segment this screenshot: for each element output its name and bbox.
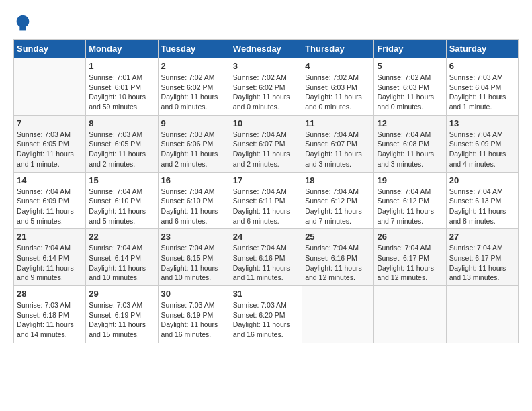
sunrise: Sunrise: 7:02 AM <box>233 73 287 81</box>
day-number: 30 <box>161 289 227 299</box>
daylight: Daylight: 11 hours and 10 minutes. <box>161 264 218 282</box>
sunrise: Sunrise: 7:04 AM <box>161 244 215 252</box>
sunrise: Sunrise: 7:04 AM <box>89 187 142 195</box>
day-info: Sunrise: 7:03 AM Sunset: 6:20 PM Dayligh… <box>233 300 299 340</box>
daylight: Daylight: 11 hours and 7 minutes. <box>377 207 434 225</box>
sunrise: Sunrise: 7:04 AM <box>449 244 503 252</box>
day-number: 3 <box>233 61 299 71</box>
day-number: 16 <box>161 175 227 185</box>
daylight: Daylight: 11 hours and 13 minutes. <box>449 264 506 282</box>
daylight: Daylight: 11 hours and 8 minutes. <box>449 207 506 225</box>
sunset: Sunset: 6:16 PM <box>233 254 285 262</box>
day-info: Sunrise: 7:04 AM Sunset: 6:10 PM Dayligh… <box>161 187 227 226</box>
weekday-wednesday: Wednesday <box>230 40 302 58</box>
daylight: Daylight: 11 hours and 4 minutes. <box>449 150 506 168</box>
daylight: Daylight: 11 hours and 5 minutes. <box>89 207 146 225</box>
calendar-week-2: 7 Sunrise: 7:03 AM Sunset: 6:05 PM Dayli… <box>14 115 519 172</box>
daylight: Daylight: 11 hours and 5 minutes. <box>17 207 74 225</box>
day-number: 12 <box>377 118 443 128</box>
calendar-body: 1 Sunrise: 7:01 AM Sunset: 6:01 PM Dayli… <box>14 58 519 343</box>
daylight: Daylight: 11 hours and 10 minutes. <box>89 264 146 282</box>
day-info: Sunrise: 7:04 AM Sunset: 6:07 PM Dayligh… <box>233 130 299 169</box>
sunset: Sunset: 6:13 PM <box>449 197 502 205</box>
sunrise: Sunrise: 7:01 AM <box>89 73 142 81</box>
sunrise: Sunrise: 7:04 AM <box>233 130 287 138</box>
sunset: Sunset: 6:19 PM <box>89 311 141 319</box>
daylight: Daylight: 11 hours and 9 minutes. <box>17 264 74 282</box>
calendar-cell: 2 Sunrise: 7:02 AM Sunset: 6:02 PM Dayli… <box>158 58 230 116</box>
sunrise: Sunrise: 7:04 AM <box>233 244 287 252</box>
weekday-monday: Monday <box>86 40 158 58</box>
daylight: Daylight: 11 hours and 7 minutes. <box>305 207 362 225</box>
sunrise: Sunrise: 7:03 AM <box>161 301 215 309</box>
calendar-cell: 7 Sunrise: 7:03 AM Sunset: 6:05 PM Dayli… <box>14 115 86 172</box>
sunset: Sunset: 6:02 PM <box>161 83 214 91</box>
daylight: Daylight: 11 hours and 16 minutes. <box>233 320 290 338</box>
calendar-cell: 10 Sunrise: 7:04 AM Sunset: 6:07 PM Dayl… <box>230 115 302 172</box>
day-info: Sunrise: 7:04 AM Sunset: 6:16 PM Dayligh… <box>233 243 299 283</box>
day-number: 5 <box>377 61 443 71</box>
day-info: Sunrise: 7:03 AM Sunset: 6:05 PM Dayligh… <box>89 130 154 169</box>
sunset: Sunset: 6:12 PM <box>377 197 429 205</box>
daylight: Daylight: 11 hours and 15 minutes. <box>89 320 146 338</box>
sunset: Sunset: 6:02 PM <box>233 83 285 91</box>
sunset: Sunset: 6:04 PM <box>449 83 502 91</box>
sunset: Sunset: 6:06 PM <box>161 140 214 148</box>
day-number: 10 <box>233 118 299 128</box>
weekday-friday: Friday <box>374 40 446 58</box>
calendar-cell: 25 Sunrise: 7:04 AM Sunset: 6:16 PM Dayl… <box>302 229 374 286</box>
sunset: Sunset: 6:08 PM <box>377 140 429 148</box>
day-info: Sunrise: 7:04 AM Sunset: 6:09 PM Dayligh… <box>449 130 515 169</box>
calendar-cell: 4 Sunrise: 7:02 AM Sunset: 6:03 PM Dayli… <box>302 58 374 116</box>
calendar-cell: 18 Sunrise: 7:04 AM Sunset: 6:12 PM Dayl… <box>302 172 374 229</box>
sunrise: Sunrise: 7:04 AM <box>377 130 431 138</box>
sunset: Sunset: 6:03 PM <box>305 83 357 91</box>
weekday-saturday: Saturday <box>446 40 518 58</box>
daylight: Daylight: 11 hours and 14 minutes. <box>17 320 74 338</box>
calendar-cell: 5 Sunrise: 7:02 AM Sunset: 6:03 PM Dayli… <box>374 58 446 116</box>
daylight: Daylight: 11 hours and 16 minutes. <box>161 320 218 338</box>
sunset: Sunset: 6:14 PM <box>17 254 69 262</box>
sunset: Sunset: 6:09 PM <box>17 197 69 205</box>
sunrise: Sunrise: 7:03 AM <box>17 130 71 138</box>
day-info: Sunrise: 7:01 AM Sunset: 6:01 PM Dayligh… <box>89 73 154 112</box>
sunrise: Sunrise: 7:04 AM <box>17 244 71 252</box>
calendar-cell: 30 Sunrise: 7:03 AM Sunset: 6:19 PM Dayl… <box>158 286 230 343</box>
sunrise: Sunrise: 7:02 AM <box>377 73 431 81</box>
day-number: 25 <box>305 232 371 242</box>
calendar-cell: 27 Sunrise: 7:04 AM Sunset: 6:17 PM Dayl… <box>446 229 518 286</box>
calendar-cell: 31 Sunrise: 7:03 AM Sunset: 6:20 PM Dayl… <box>230 286 302 343</box>
calendar-cell: 13 Sunrise: 7:04 AM Sunset: 6:09 PM Dayl… <box>446 115 518 172</box>
daylight: Daylight: 11 hours and 12 minutes. <box>377 264 434 282</box>
day-info: Sunrise: 7:04 AM Sunset: 6:13 PM Dayligh… <box>449 187 515 226</box>
sunset: Sunset: 6:18 PM <box>17 311 69 319</box>
daylight: Daylight: 11 hours and 6 minutes. <box>233 207 290 225</box>
sunset: Sunset: 6:01 PM <box>89 83 141 91</box>
logo <box>13 13 35 32</box>
calendar-cell: 8 Sunrise: 7:03 AM Sunset: 6:05 PM Dayli… <box>86 115 158 172</box>
daylight: Daylight: 11 hours and 11 minutes. <box>233 264 290 282</box>
day-number: 31 <box>233 289 299 299</box>
daylight: Daylight: 11 hours and 3 minutes. <box>305 150 362 168</box>
day-number: 26 <box>377 232 443 242</box>
day-info: Sunrise: 7:04 AM Sunset: 6:14 PM Dayligh… <box>17 243 83 283</box>
daylight: Daylight: 11 hours and 0 minutes. <box>233 93 290 111</box>
page-header <box>13 13 519 32</box>
day-info: Sunrise: 7:04 AM Sunset: 6:08 PM Dayligh… <box>377 130 443 169</box>
calendar-cell: 19 Sunrise: 7:04 AM Sunset: 6:12 PM Dayl… <box>374 172 446 229</box>
day-info: Sunrise: 7:03 AM Sunset: 6:19 PM Dayligh… <box>89 300 154 340</box>
day-number: 14 <box>17 175 83 185</box>
sunrise: Sunrise: 7:04 AM <box>377 187 431 195</box>
calendar-cell <box>374 286 446 343</box>
calendar-cell: 21 Sunrise: 7:04 AM Sunset: 6:14 PM Dayl… <box>14 229 86 286</box>
calendar-cell: 12 Sunrise: 7:04 AM Sunset: 6:08 PM Dayl… <box>374 115 446 172</box>
sunrise: Sunrise: 7:04 AM <box>161 187 215 195</box>
calendar-cell: 22 Sunrise: 7:04 AM Sunset: 6:14 PM Dayl… <box>86 229 158 286</box>
day-info: Sunrise: 7:02 AM Sunset: 6:03 PM Dayligh… <box>377 73 443 112</box>
day-number: 6 <box>449 61 515 71</box>
daylight: Daylight: 11 hours and 6 minutes. <box>161 207 218 225</box>
calendar-cell: 26 Sunrise: 7:04 AM Sunset: 6:17 PM Dayl… <box>374 229 446 286</box>
day-info: Sunrise: 7:04 AM Sunset: 6:07 PM Dayligh… <box>305 130 371 169</box>
sunset: Sunset: 6:11 PM <box>233 197 285 205</box>
sunrise: Sunrise: 7:03 AM <box>161 130 215 138</box>
